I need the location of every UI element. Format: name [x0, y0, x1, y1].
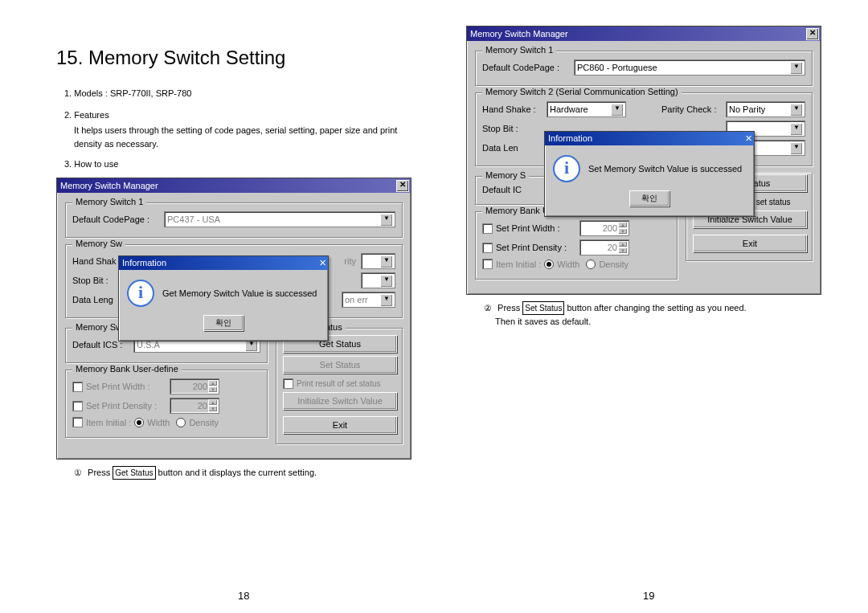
- caption-2: ② Press Set Status button after changing…: [484, 301, 836, 329]
- info-text: Set Memory Switch Value is successed: [588, 164, 742, 174]
- radio-width-label: Width: [147, 418, 170, 427]
- radio-width[interactable]: [544, 260, 554, 269]
- control-status: Control Status Get Status Set Status Pri…: [276, 328, 403, 444]
- set-status-button[interactable]: Set Status: [283, 356, 397, 374]
- memory-bank: Memory Bank User-define Set Print Width …: [475, 211, 678, 280]
- radio-density[interactable]: [176, 418, 186, 427]
- features-label: 2. Features: [64, 108, 426, 122]
- caption-2b: button after changing the setting as you…: [564, 303, 746, 313]
- dialog-right: Memory Switch Manager ✕ Memory Switch 1 …: [466, 26, 821, 295]
- page-title: 15. Memory Switch Setting: [56, 47, 426, 69]
- chk-density-label: Set Print Density :: [86, 401, 166, 411]
- stopbit-label: Stop Bit :: [482, 124, 547, 133]
- chk-width[interactable]: [482, 223, 493, 234]
- codepage-label: Default CodePage :: [482, 63, 574, 72]
- close-icon[interactable]: ✕: [806, 28, 819, 40]
- ok-button[interactable]: 확인: [629, 190, 669, 206]
- caption-2c: Then it saves as default.: [495, 315, 591, 329]
- page-left: 15. Memory Switch Setting 1. Models : SR…: [56, 47, 426, 480]
- models-value: SRP-770II, SRP-780: [110, 88, 192, 98]
- ms2-legend: Memory Switch 2 (Serial Communication Se…: [482, 87, 682, 96]
- models-label: 1. Models :: [64, 88, 108, 98]
- codepage-value: PC437 - USA: [167, 215, 220, 224]
- radio-density-label: Density: [599, 260, 628, 269]
- parity-short: rity: [335, 256, 356, 266]
- handshake-label: Hand Shake :: [482, 104, 547, 114]
- chk-item-initial[interactable]: [482, 259, 493, 269]
- parity-label: Parity Check :: [661, 104, 726, 114]
- chk-width-label: Set Print Width :: [496, 223, 576, 233]
- info-icon: i: [127, 280, 154, 307]
- caption-1b: button and it displays the current setti…: [156, 468, 317, 477]
- width-spin[interactable]: 200▲▼: [579, 220, 629, 236]
- datalen-label: Data Len: [482, 143, 547, 153]
- exit-button[interactable]: Exit: [283, 416, 397, 434]
- exit-button[interactable]: Exit: [693, 235, 807, 252]
- chk-print-result-label: Print result of set status: [297, 379, 381, 388]
- info-title: Information: [548, 132, 592, 145]
- memory-bank: Memory Bank User-define Set Print Width …: [65, 370, 268, 438]
- ms1-legend: Memory Switch 1: [482, 45, 556, 55]
- close-icon[interactable]: ✕: [319, 256, 326, 270]
- ics-label: Default IC: [482, 185, 538, 194]
- width-value: 200: [603, 223, 617, 233]
- codepage-value: PC860 - Portuguese: [577, 63, 657, 72]
- caption-2-num: ②: [484, 301, 495, 315]
- onerr-value: on err: [345, 295, 368, 304]
- chk-width-label: Set Print Width :: [86, 382, 166, 391]
- ms2-legend: Memory Sw: [72, 239, 125, 248]
- chk-item-initial[interactable]: [72, 417, 83, 427]
- chk-print-result[interactable]: [283, 378, 293, 389]
- handshake-select[interactable]: Hardware: [547, 101, 626, 117]
- caption-1: ① Press Get Status button and it display…: [74, 466, 426, 480]
- init-switch-button[interactable]: Initialize Switch Value: [283, 392, 397, 410]
- codepage-select[interactable]: PC860 - Portuguese: [574, 59, 805, 76]
- info-icon: i: [553, 155, 580, 182]
- close-icon[interactable]: ✕: [745, 132, 752, 145]
- info-text: Get Memory Switch Value is successed: [162, 288, 317, 298]
- dialog-left: Memory Switch Manager ✕ Memory Switch 1 …: [56, 178, 411, 460]
- titlebar: Memory Switch Manager ✕: [467, 27, 821, 41]
- handshake-value: Hardware: [550, 104, 588, 114]
- chk-density[interactable]: [482, 243, 493, 253]
- dialog-title: Memory Switch Manager: [60, 178, 158, 193]
- features-text: It helps users through the setting of co…: [74, 124, 426, 151]
- radio-density-label: Density: [189, 418, 219, 427]
- density-spin[interactable]: 20▲▼: [579, 239, 629, 255]
- ok-button[interactable]: 확인: [203, 315, 244, 331]
- codepage-select[interactable]: PC437 - USA: [164, 211, 395, 227]
- chk-density-label: Set Print Density :: [496, 243, 576, 252]
- bank-legend: Memory Bank User-define: [72, 364, 182, 374]
- intro-text: 1. Models : SRP-770II, SRP-780 2. Featur…: [64, 87, 426, 171]
- caption-1-num: ①: [74, 466, 85, 480]
- caption-2a: Press: [497, 303, 522, 313]
- parity-value: No Parity: [729, 104, 765, 114]
- caption-1a: Press: [88, 468, 113, 477]
- ms1-legend: Memory Switch 1: [72, 197, 146, 206]
- codepage-label: Default CodePage :: [72, 215, 164, 224]
- parity-select[interactable]: No Parity: [726, 101, 805, 117]
- memory-switch-1: Memory Switch 1 Default CodePage : PC860…: [475, 51, 813, 86]
- radio-width-label: Width: [557, 260, 579, 269]
- width-value: 200: [193, 382, 207, 391]
- item-initial-label: Item Initial :: [86, 418, 131, 427]
- info-titlebar: Information ✕: [119, 256, 328, 270]
- get-status-inline: Get Status: [113, 466, 155, 480]
- chk-density[interactable]: [72, 401, 83, 411]
- parity-select-hidden: [361, 253, 395, 269]
- radio-density[interactable]: [586, 260, 596, 269]
- dialog-title: Memory Switch Manager: [470, 27, 568, 41]
- info-dialog-set: Information ✕ i Set Memory Switch Value …: [544, 131, 755, 217]
- memory-switch-1: Memory Switch 1 Default CodePage : PC437…: [65, 202, 403, 238]
- close-icon[interactable]: ✕: [396, 180, 409, 192]
- density-value: 20: [608, 243, 617, 252]
- ms3-legend: Memory S: [482, 170, 529, 180]
- width-spin[interactable]: 200▲▼: [170, 378, 219, 394]
- radio-width[interactable]: [134, 418, 144, 427]
- datalen-select: on err: [342, 292, 395, 308]
- chk-width[interactable]: [72, 382, 83, 392]
- titlebar: Memory Switch Manager ✕: [57, 178, 411, 193]
- item-initial-label: Item Initial :: [496, 260, 541, 269]
- set-status-inline: Set Status: [522, 301, 564, 315]
- density-spin[interactable]: 20▲▼: [170, 398, 219, 414]
